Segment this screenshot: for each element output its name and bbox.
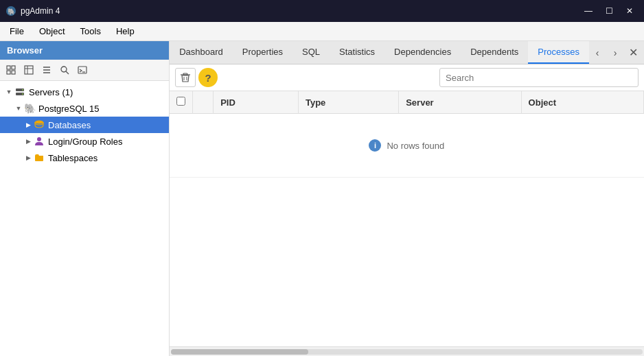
processes-table: PID Type Server Object i No	[170, 91, 644, 178]
help-icon: ?	[205, 72, 211, 84]
search-wrap	[439, 68, 639, 87]
tree: ▼ Servers (1) ▼ 🐘 PostgreSQL 15	[0, 81, 169, 356]
table-body: i No rows found	[170, 114, 643, 178]
tab-next-button[interactable]: ›	[607, 45, 623, 61]
col-action	[193, 91, 214, 114]
tab-dependencies[interactable]: Dependencies	[384, 41, 461, 64]
elephant-icon: 🐘	[23, 102, 36, 115]
no-rows-message: i No rows found	[176, 119, 636, 172]
search-icon	[60, 65, 69, 75]
delete-button[interactable]	[175, 68, 196, 87]
tab-sql[interactable]: SQL	[292, 41, 330, 64]
svg-point-19	[22, 93, 23, 95]
table-icon	[24, 65, 34, 75]
tab-properties[interactable]: Properties	[233, 41, 292, 64]
svg-rect-5	[12, 71, 15, 74]
main-layout: Browser	[0, 41, 644, 356]
sidebar-title: Browser	[7, 45, 43, 56]
col-type: Type	[298, 91, 398, 114]
tree-label-loginroles: Login/Group Roles	[48, 137, 122, 147]
chevron-down-icon: ▼	[4, 87, 14, 97]
svg-text:🐘: 🐘	[8, 8, 16, 16]
user-icon	[33, 135, 45, 147]
scroll-track	[171, 349, 643, 355]
sidebar-header: Browser	[0, 41, 169, 60]
tree-label-servers: Servers (1)	[29, 87, 73, 97]
tree-item-databases[interactable]: ▶ Databases	[0, 117, 169, 133]
panel-toolbar: ?	[170, 64, 644, 91]
title-bar: 🐘 pgAdmin 4 — ☐ ✕	[0, 0, 644, 22]
svg-rect-6	[25, 66, 33, 74]
tree-item-tablespaces[interactable]: ▶ Tablespaces	[0, 150, 169, 166]
info-icon: i	[369, 139, 381, 152]
chevron-right-icon: ▶	[23, 153, 33, 163]
tabs-bar: Dashboard Properties SQL Statistics Depe…	[170, 41, 644, 64]
tab-statistics[interactable]: Statistics	[330, 41, 384, 64]
table-wrap: PID Type Server Object i No	[170, 91, 644, 346]
tab-dashboard[interactable]: Dashboard	[170, 41, 233, 64]
col-checkbox	[170, 91, 193, 114]
scroll-thumb[interactable]	[171, 349, 308, 355]
tab-close-button[interactable]: ✕	[625, 45, 641, 61]
search-input[interactable]	[439, 68, 639, 87]
columns-button[interactable]	[38, 62, 55, 78]
menu-help[interactable]: Help	[109, 24, 141, 38]
folder-icon	[33, 152, 45, 164]
no-rows-text: No rows found	[387, 141, 444, 151]
title-bar-controls: — ☐ ✕	[579, 4, 639, 18]
svg-rect-2	[7, 66, 10, 69]
tab-processes[interactable]: Processes	[528, 41, 589, 64]
columns-icon	[42, 65, 51, 75]
title-bar-left: 🐘 pgAdmin 4	[5, 5, 60, 16]
tab-prev-button[interactable]: ‹	[589, 45, 606, 61]
menu-object[interactable]: Object	[32, 24, 72, 38]
col-object: Object	[521, 91, 643, 114]
help-button[interactable]: ?	[198, 68, 218, 87]
select-all-checkbox[interactable]	[176, 97, 185, 106]
terminal-icon	[78, 65, 87, 75]
minimize-button[interactable]: —	[579, 4, 597, 18]
server-icon	[14, 86, 26, 98]
tree-item-loginroles[interactable]: ▶ Login/Group Roles	[0, 133, 169, 150]
svg-rect-4	[7, 71, 10, 74]
no-rows-cell: i No rows found	[170, 114, 643, 178]
terminal-button[interactable]	[74, 62, 91, 78]
svg-rect-3	[12, 66, 15, 69]
right-panel: Dashboard Properties SQL Statistics Depe…	[170, 41, 644, 356]
scroll-area	[170, 346, 644, 356]
tree-label-tablespaces: Tablespaces	[48, 153, 97, 163]
table-button[interactable]	[21, 62, 37, 78]
grid-button[interactable]	[3, 62, 19, 78]
menu-tools[interactable]: Tools	[73, 24, 108, 38]
menu-bar: File Object Tools Help	[0, 22, 644, 41]
tree-label-databases: Databases	[48, 120, 91, 130]
grid-icon	[6, 65, 16, 75]
tabs-nav: ‹ › ✕	[589, 45, 644, 61]
svg-point-12	[61, 67, 67, 72]
col-pid: PID	[214, 91, 299, 114]
tree-item-servers[interactable]: ▼ Servers (1)	[0, 84, 169, 100]
search-sidebar-button[interactable]	[56, 62, 73, 78]
svg-point-23	[37, 137, 41, 141]
svg-point-18	[22, 89, 23, 91]
tree-label-postgresql: PostgreSQL 15	[38, 104, 99, 114]
col-server: Server	[399, 91, 521, 114]
database-icon	[33, 119, 45, 131]
sidebar-toolbar	[0, 60, 169, 81]
no-rows-row: i No rows found	[170, 114, 643, 178]
maximize-button[interactable]: ☐	[600, 4, 618, 18]
sidebar: Browser	[0, 41, 170, 356]
app-icon: 🐘	[5, 5, 16, 16]
table-header-row: PID Type Server Object	[170, 91, 643, 114]
tab-dependents[interactable]: Dependents	[461, 41, 528, 64]
chevron-right-icon: ▶	[23, 120, 33, 130]
app-title: pgAdmin 4	[21, 6, 60, 16]
tree-item-postgresql[interactable]: ▼ 🐘 PostgreSQL 15	[0, 100, 169, 117]
trash-icon	[180, 72, 191, 83]
chevron-right-icon: ▶	[23, 137, 33, 146]
menu-file[interactable]: File	[3, 24, 31, 38]
close-button[interactable]: ✕	[621, 4, 639, 18]
svg-line-13	[66, 71, 69, 74]
chevron-down-icon: ▼	[14, 104, 23, 113]
svg-point-20	[35, 121, 43, 124]
